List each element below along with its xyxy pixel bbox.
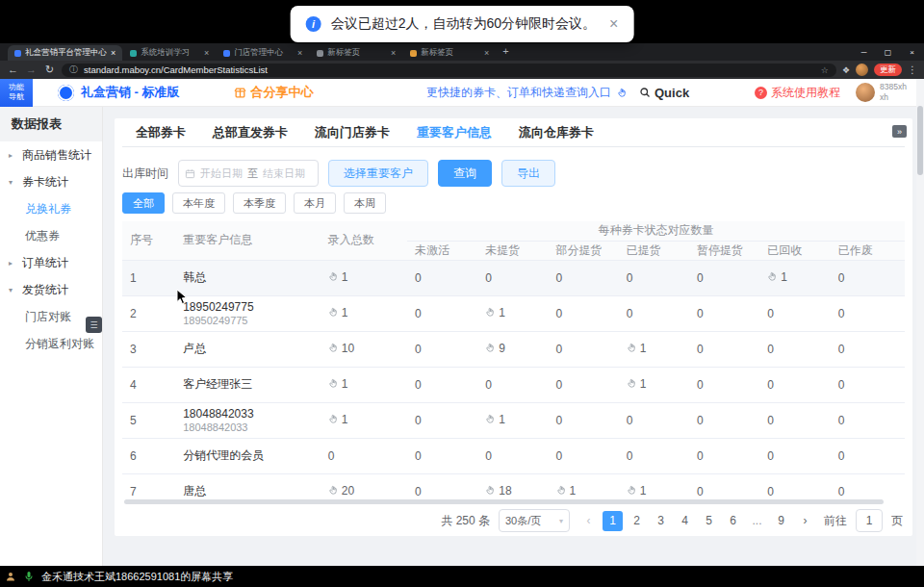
customer-name[interactable]: 韩总 (183, 269, 313, 286)
browser-tab[interactable]: 系统培训学习× (123, 45, 216, 61)
end-date-input[interactable] (260, 167, 308, 179)
goto-page-input[interactable] (856, 509, 883, 532)
tab-close-icon[interactable]: × (111, 48, 116, 58)
query-button[interactable]: 查询 (438, 160, 492, 187)
quick-entry-hint[interactable]: 更快捷的券卡、订单和快递查询入口 (426, 85, 611, 101)
function-nav-button[interactable]: 功能 导航 (0, 79, 33, 107)
page-number-button[interactable]: 4 (675, 511, 695, 531)
sidebar-item[interactable]: ▸订单统计 (0, 249, 102, 276)
customer-name[interactable]: 分销代理的会员 (183, 447, 313, 464)
browser-update-button[interactable]: 更新 (874, 64, 902, 76)
site-info-icon[interactable]: ⓘ (69, 64, 78, 76)
count-link[interactable]: 9 (485, 342, 505, 355)
extensions-icon[interactable]: ❖ (842, 65, 850, 75)
count-link[interactable]: 20 (328, 484, 354, 498)
tab-close-icon[interactable]: × (204, 48, 209, 58)
new-tab-button[interactable]: + (502, 46, 508, 57)
sidebar-item[interactable]: ▾发货统计 (0, 276, 102, 303)
reload-icon[interactable]: ↻ (43, 64, 56, 75)
vertical-scrollbar[interactable] (916, 79, 924, 566)
select-customer-button[interactable]: 选择重要客户 (328, 160, 428, 187)
content-tab[interactable]: 流向门店券卡 (315, 124, 390, 141)
sidebar-subitem[interactable]: 兑换礼券 (0, 195, 102, 222)
page-number-button[interactable]: 5 (699, 511, 719, 531)
horizontal-scrollbar[interactable] (122, 499, 905, 504)
tab-close-icon[interactable]: × (297, 48, 302, 58)
date-range-input[interactable]: 至 (178, 160, 319, 187)
range-button[interactable]: 本年度 (172, 192, 225, 214)
tab-close-icon[interactable]: × (484, 48, 489, 58)
floating-drag-handle[interactable]: ☰ (86, 317, 102, 333)
count-link[interactable]: 1 (556, 484, 577, 498)
pagination: 共 250 条 30条/页 ▾ ‹123456...9› 前往 页 (122, 509, 905, 532)
minimize-button[interactable]: ─ (852, 43, 876, 61)
prev-page-button[interactable]: ‹ (578, 511, 599, 531)
address-bar[interactable]: ⓘ standard.maboy.cn/CardMemberStatistics… (62, 64, 836, 77)
content-tab[interactable]: 流向仓库券卡 (519, 124, 594, 141)
customer-name[interactable]: 客户经理张三 (183, 376, 313, 393)
range-button[interactable]: 本月 (294, 192, 336, 214)
count-link[interactable]: 1 (627, 377, 647, 391)
content-tab[interactable]: 全部券卡 (136, 124, 186, 141)
count-link[interactable]: 1 (767, 270, 787, 284)
count-link[interactable]: 10 (328, 342, 354, 355)
count-link[interactable]: 1 (627, 484, 647, 498)
page-number-button[interactable]: 3 (651, 511, 671, 531)
sidebar-item[interactable]: ▾券卡统计 (0, 168, 102, 195)
browser-tab[interactable]: 新标签页× (403, 45, 496, 61)
share-center-link[interactable]: 合分享中心 (234, 84, 314, 101)
count-cell: 1 (759, 260, 830, 295)
count-link[interactable]: 1 (485, 306, 505, 319)
range-button[interactable]: 本季度 (233, 192, 286, 214)
range-button[interactable]: 全部 (122, 192, 165, 214)
browser-tab[interactable]: 新标签页× (310, 45, 402, 61)
range-button[interactable]: 本周 (344, 192, 386, 214)
content-tab[interactable]: 重要客户信息 (417, 124, 492, 141)
next-page-button[interactable]: › (795, 511, 815, 531)
url-text[interactable]: standard.maboy.cn/CardMemberStatisticsLi… (84, 64, 815, 75)
customer-name[interactable]: 18048842033 (183, 407, 313, 421)
export-button[interactable]: 导出 (501, 160, 555, 187)
back-icon[interactable]: ← (7, 64, 19, 75)
window-close-button[interactable]: × (900, 43, 924, 61)
user-account[interactable]: 8385xh xh (856, 82, 907, 102)
count-link[interactable]: 1 (328, 413, 348, 426)
count-link[interactable]: 18 (485, 484, 511, 498)
quick-ranges: 全部本年度本季度本月本周 (122, 192, 905, 214)
tutorial-link[interactable]: ? 系统使用教程 (755, 85, 840, 101)
user-sub: xh (880, 92, 888, 102)
page-number-button[interactable]: 1 (603, 511, 623, 531)
customer-name[interactable]: 唐总 (183, 483, 313, 498)
browser-menu-icon[interactable]: ⋮ (908, 64, 917, 75)
browser-tab[interactable]: 礼盒营销平台管理中心× (8, 45, 122, 61)
content-tab[interactable]: 总部直发券卡 (213, 124, 288, 141)
collapse-panel-button[interactable]: » (892, 125, 907, 138)
page-number-button[interactable]: 9 (771, 511, 791, 531)
page-size-select[interactable]: 30条/页 ▾ (499, 509, 570, 532)
sidebar-item[interactable]: ▸商品销售统计 (0, 141, 102, 168)
count-link[interactable]: 1 (627, 342, 647, 355)
quick-search-button[interactable]: Quick (639, 86, 689, 100)
horizontal-scrollbar-thumb[interactable] (124, 499, 884, 504)
sidebar-subitem[interactable]: 分销返利对账 (0, 330, 102, 357)
maximize-button[interactable]: ▢ (876, 43, 900, 61)
forward-icon[interactable]: → (25, 64, 38, 75)
toast-close-icon[interactable]: × (609, 15, 618, 33)
sidebar-subitem[interactable]: 优惠券 (0, 222, 102, 249)
count-link[interactable]: 1 (485, 413, 505, 426)
customer-name[interactable]: 18950249775 (183, 300, 313, 314)
count-cell: 0 (831, 438, 905, 473)
count-link[interactable]: 1 (328, 377, 348, 391)
count-link[interactable]: 1 (328, 306, 348, 319)
bookmark-star-icon[interactable]: ☆ (821, 65, 829, 75)
browser-profile-avatar[interactable] (856, 64, 868, 76)
customer-name[interactable]: 卢总 (183, 341, 313, 357)
vertical-scrollbar-thumb[interactable] (917, 106, 923, 175)
browser-tab[interactable]: 门店管理中心× (217, 45, 309, 61)
tab-close-icon[interactable]: × (391, 48, 396, 58)
page-number-button[interactable]: 2 (627, 511, 647, 531)
tab-title: 礼盒营销平台管理中心 (25, 47, 107, 59)
start-date-input[interactable] (197, 167, 245, 179)
count-link[interactable]: 1 (328, 270, 348, 284)
page-number-button[interactable]: 6 (723, 511, 743, 531)
